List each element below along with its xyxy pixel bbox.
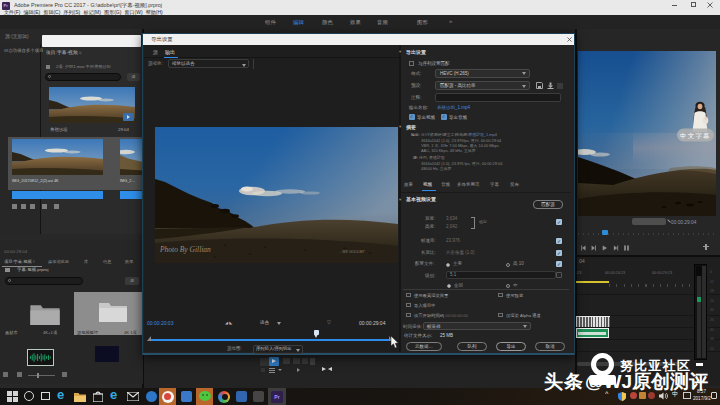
svg-text:Photo By Gillian: Photo By Gillian	[159, 245, 211, 254]
svg-text:中文字幕: 中文字幕	[680, 132, 711, 139]
svg-text:- WX GOLILMT: - WX GOLILMT	[340, 250, 366, 254]
